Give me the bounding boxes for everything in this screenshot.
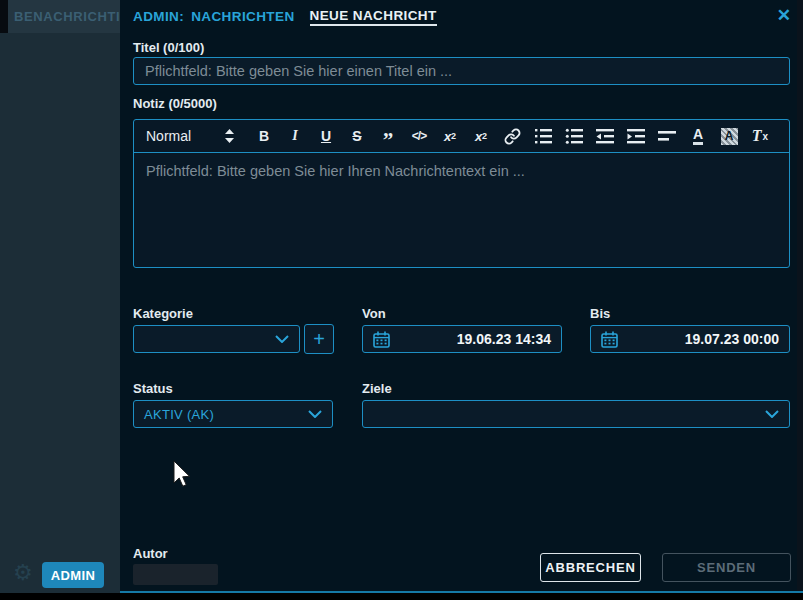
cancel-button[interactable]: ABBRECHEN [540, 553, 641, 582]
indent-icon[interactable] [626, 124, 646, 148]
text-color-icon[interactable]: A [688, 124, 708, 148]
editor-toolbar: Normal B I U S ” </> x2 x2 [134, 120, 789, 153]
kategorie-label: Kategorie [133, 306, 193, 321]
rich-text-editor: Normal B I U S ” </> x2 x2 [133, 119, 790, 268]
bold-button[interactable]: B [254, 124, 274, 148]
background-page-title: BENACHRICHTIG [14, 0, 120, 33]
paragraph-style-value: Normal [146, 128, 191, 144]
chevron-down-icon [765, 410, 779, 418]
bullet-list-icon[interactable] [564, 124, 584, 148]
tab-neue-nachricht[interactable]: NEUE NACHRICHT [310, 8, 437, 26]
italic-button[interactable]: I [285, 124, 305, 148]
calendar-icon [373, 331, 390, 348]
blockquote-button[interactable]: ” [378, 124, 398, 148]
titel-input[interactable] [133, 57, 790, 85]
notiz-label: Notiz (0/5000) [133, 96, 217, 111]
subscript-button[interactable]: x2 [440, 124, 460, 148]
superscript-button[interactable]: x2 [471, 124, 491, 148]
breadcrumb-nachrichten[interactable]: NACHRICHTEN [191, 9, 294, 24]
new-message-dialog: ADMIN: NACHRICHTEN NEUE NACHRICHT ✕ Tite… [120, 0, 803, 593]
von-datepicker[interactable]: 19.06.23 14:34 [362, 325, 562, 353]
ziele-label: Ziele [362, 381, 392, 396]
kategorie-select[interactable] [133, 325, 300, 353]
background-page-sidebar: BENACHRICHTIG ⚙ ADMIN [0, 0, 120, 593]
chevron-down-icon [308, 410, 322, 418]
ziele-select[interactable] [362, 400, 790, 428]
bis-datepicker[interactable]: 19.07.23 00:00 [590, 325, 790, 353]
breadcrumb-admin: ADMIN: [133, 9, 184, 24]
bis-value: 19.07.23 00:00 [685, 331, 779, 347]
background-color-icon[interactable]: A [719, 124, 739, 148]
chevron-down-icon [275, 335, 289, 343]
underline-button[interactable]: U [316, 124, 336, 148]
ordered-list-icon[interactable] [533, 124, 553, 148]
status-value: AKTIV (AK) [144, 407, 214, 422]
titel-label: Titel (0/100) [133, 40, 204, 55]
background-page-header: BENACHRICHTIG [0, 0, 120, 33]
add-category-button[interactable]: + [304, 324, 334, 354]
admin-button[interactable]: ADMIN [42, 562, 104, 588]
status-label: Status [133, 381, 173, 396]
clear-formatting-icon[interactable]: Tx [750, 124, 770, 148]
right-scrollbar[interactable] [797, 0, 803, 591]
align-icon[interactable] [657, 124, 677, 148]
updown-arrows-icon [225, 129, 234, 143]
close-icon[interactable]: ✕ [777, 5, 791, 26]
notiz-editor-area[interactable]: Pflichtfeld: Bitte geben Sie hier Ihren … [134, 153, 789, 268]
link-icon[interactable] [502, 124, 522, 148]
von-value: 19.06.23 14:34 [457, 331, 551, 347]
outdent-icon[interactable] [595, 124, 615, 148]
status-select[interactable]: AKTIV (AK) [133, 400, 333, 428]
code-button[interactable]: </> [409, 124, 429, 148]
strikethrough-button[interactable]: S [347, 124, 367, 148]
bis-label: Bis [590, 306, 610, 321]
autor-label: Autor [133, 546, 168, 561]
calendar-icon [601, 331, 618, 348]
send-button: SENDEN [662, 553, 791, 582]
paragraph-style-picker[interactable]: Normal [146, 128, 234, 144]
breadcrumb: ADMIN: NACHRICHTEN NEUE NACHRICHT [133, 0, 437, 33]
von-label: Von [362, 306, 386, 321]
autor-value-box [133, 564, 218, 585]
page-edge-strip [0, 0, 8, 33]
settings-gear-icon[interactable]: ⚙ [13, 560, 33, 586]
